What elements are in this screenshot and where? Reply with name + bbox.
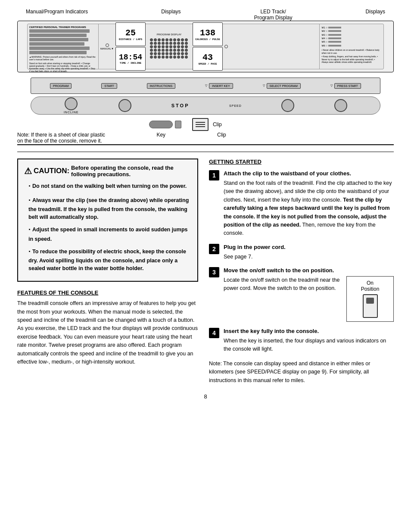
step-1-number: 1 xyxy=(209,170,219,180)
caution-item-1: Do not stand on the walking belt when tu… xyxy=(24,181,191,192)
step-3-title: Move the on/off switch to the on positio… xyxy=(224,267,394,274)
label-displays-right: Displays xyxy=(366,9,385,21)
press-start-btn[interactable]: PRESS START xyxy=(334,83,361,89)
caution-item-3: Adjust the speed in small increments to … xyxy=(24,224,191,243)
console-display-area: MANUAL▼ 25 DISTANCE / LAPS 18:54 TIME / … xyxy=(99,24,319,69)
main-content: ⚠ CAUTION: Before operating the console,… xyxy=(17,159,394,385)
display-time: 18:54 xyxy=(119,53,142,62)
console-diagram: CERTIFIED PERSONAL TRAINER PROGRAMS ▲WAR… xyxy=(17,21,394,72)
instructions-btn[interactable]: INSTRUCTIONS xyxy=(147,83,176,89)
stop-label: STOP xyxy=(171,103,190,108)
diagram-top-labels: Manual/Program Indicators Displays LED T… xyxy=(17,9,394,21)
display-time-label: TIME / INCLINE xyxy=(120,62,141,65)
display-distance-label: DISTANCE / LAPS xyxy=(119,38,142,41)
step-4-content: Insert the key fully into the console. W… xyxy=(224,328,394,354)
clip-label: Clip xyxy=(217,132,226,138)
display-calories-label: CALORIES / PULSE xyxy=(195,38,220,41)
step-4: 4 Insert the key fully into the console.… xyxy=(209,328,394,354)
incline-label: INCLINE xyxy=(64,111,79,114)
display-speed-label: SPEED / PACE xyxy=(198,62,217,65)
step-1-title: Attach the clip to the waistband of your… xyxy=(224,170,394,177)
step-2: 2 Plug in the power cord. See page 7. xyxy=(209,244,394,261)
display-distance: 25 xyxy=(125,28,136,38)
switch-body xyxy=(363,294,378,318)
page: Manual/Program Indicators Displays LED T… xyxy=(0,0,411,532)
right-column: GETTING STARTED 1 Attach the clip to the… xyxy=(209,159,394,385)
step-2-number: 2 xyxy=(209,244,219,254)
label-led-track: LED Track/ xyxy=(254,9,293,15)
step-1-body: Stand on the foot rails of the treadmill… xyxy=(224,179,394,238)
console-note: Note: If there is a sheet of clear plast… xyxy=(17,132,105,144)
caution-triangle-icon: ⚠ xyxy=(24,166,32,176)
switch-nub xyxy=(366,298,374,304)
label-manual-program: Manual/Program Indicators xyxy=(26,9,88,21)
features-body: The treadmill console offers an impressi… xyxy=(17,299,198,366)
caution-item-2: Always wear the clip (see the drawing ab… xyxy=(24,195,191,221)
program-display-label: PROGRAM DISPLAY xyxy=(148,33,190,36)
display-speed: 43 xyxy=(202,53,213,62)
label-displays-left: Displays xyxy=(161,9,181,21)
left-column: ⚠ CAUTION: Before operating the console,… xyxy=(17,159,198,385)
getting-started-heading: GETTING STARTED xyxy=(209,159,394,165)
step-2-title: Plug in the power cord. xyxy=(224,244,394,250)
start-btn[interactable]: START xyxy=(101,83,117,89)
speed-label: SPEED xyxy=(229,104,242,107)
step-2-content: Plug in the power cord. See page 7. xyxy=(224,244,394,261)
footer-note: Note: The console can display speed and … xyxy=(209,360,394,385)
step-4-body: When the key is inserted, the four displ… xyxy=(224,337,394,354)
on-position-label: OnPosition xyxy=(352,280,388,292)
insert-key-btn[interactable]: INSERT KEY xyxy=(209,83,233,89)
console-right-panel: M1 ○ M2 ○ M3 ○ M4 ○ M5 ○ M6 ○ • Never al… xyxy=(319,24,383,69)
on-position-diagram: OnPosition xyxy=(346,276,394,322)
caution-title: ⚠ CAUTION: Before operating the console,… xyxy=(24,165,191,177)
features-heading: FEATURES OF THE CONSOLE xyxy=(17,289,198,296)
label-program-display: Program Display xyxy=(254,15,293,21)
step-3-text: Locate the on/off switch on the treadmil… xyxy=(224,276,341,293)
step-3: 3 Move the on/off switch to the on posit… xyxy=(209,267,394,322)
step-3-number: 3 xyxy=(209,267,219,277)
switch-diagram xyxy=(352,294,388,318)
step-1-content: Attach the clip to the waistband of your… xyxy=(224,170,394,238)
features-section: FEATURES OF THE CONSOLE The treadmill co… xyxy=(17,289,198,366)
caution-item-4: To reduce the possibility of electric sh… xyxy=(24,246,191,272)
program-btn[interactable]: PROGRAM xyxy=(50,83,72,89)
step-1: 1 Attach the clip to the waistband of yo… xyxy=(209,170,394,238)
step-4-title: Insert the key fully into the console. xyxy=(224,328,394,334)
page-number: 8 xyxy=(17,393,394,400)
step-3-content: Move the on/off switch to the on positio… xyxy=(224,267,394,322)
select-program-btn[interactable]: SELECT PROGRAM xyxy=(267,83,301,89)
step-3-inner: Locate the on/off switch on the treadmil… xyxy=(224,276,394,322)
step-4-number: 4 xyxy=(209,328,219,338)
console-left-panel: CERTIFIED PERSONAL TRAINER PROGRAMS ▲WAR… xyxy=(28,24,99,69)
step-2-body: See page 7. xyxy=(224,253,394,261)
caution-list: Do not stand on the walking belt when tu… xyxy=(24,181,191,272)
clip-label-text: Clip xyxy=(213,121,222,128)
diagram-section: Manual/Program Indicators Displays LED T… xyxy=(17,9,394,145)
key-label: Key xyxy=(156,132,165,138)
caution-box: ⚠ CAUTION: Before operating the console,… xyxy=(17,159,198,282)
display-calories: 138 xyxy=(200,28,215,38)
